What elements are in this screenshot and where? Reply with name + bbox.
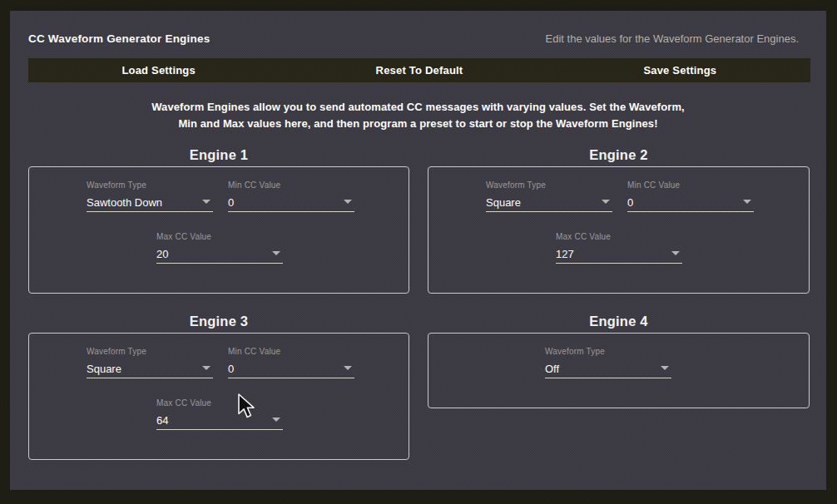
header: CC Waveform Generator Engines Edit the v… (28, 27, 808, 49)
engine-3-panel: Waveform Type Square Min CC Value 0 Max … (28, 333, 409, 460)
field-value: Off (545, 362, 559, 376)
engine-3-max-cc-select[interactable]: Max CC Value 64 (156, 398, 283, 430)
field-label: Max CC Value (156, 398, 283, 408)
dropdown-arrow-icon (202, 200, 210, 204)
engine-1-max-cc-select[interactable]: Max CC Value 20 (156, 232, 283, 264)
field-label: Min CC Value (228, 347, 354, 357)
engine-3-min-cc-select[interactable]: Min CC Value 0 (228, 347, 354, 378)
field-value: 0 (228, 362, 234, 376)
field-value-row: 64 (156, 413, 283, 430)
field-value-row: 0 (228, 361, 354, 378)
dropdown-arrow-icon (344, 366, 352, 370)
dropdown-arrow-icon (202, 366, 210, 370)
engine-2-panel: Waveform Type Square Min CC Value 0 Max … (428, 166, 810, 294)
field-value-row: Square (486, 195, 612, 212)
field-label: Min CC Value (627, 180, 754, 190)
app-window: CC Waveform Generator Engines Edit the v… (10, 11, 826, 490)
field-label: Waveform Type (545, 347, 671, 357)
engine-1-panel: Waveform Type Sawtooth Down Min CC Value… (28, 166, 409, 294)
page-subtitle: Edit the values for the Waveform Generat… (546, 32, 808, 45)
field-value: 127 (556, 247, 574, 261)
engine-4-waveform-type-select[interactable]: Waveform Type Off (545, 347, 671, 378)
field-value-row: Square (87, 361, 213, 378)
field-value-row: 0 (627, 195, 754, 212)
engine-2-title: Engine 2 (428, 144, 810, 166)
field-value: Square (87, 362, 121, 376)
field-value: 20 (156, 247, 168, 261)
field-label: Waveform Type (87, 180, 213, 190)
save-settings-button[interactable]: Save Settings (550, 58, 810, 82)
field-value: Square (486, 195, 521, 210)
dropdown-arrow-icon (671, 251, 680, 255)
description-text: Waveform Engines allow you to send autom… (10, 99, 826, 132)
field-value: Sawtooth Down (87, 195, 162, 210)
engine-3-section: Engine 3 Waveform Type Square Min CC Val… (28, 310, 409, 460)
engine-3-title: Engine 3 (28, 310, 409, 333)
engine-2-min-cc-select[interactable]: Min CC Value 0 (627, 180, 754, 212)
dropdown-arrow-icon (272, 251, 280, 255)
field-label: Max CC Value (156, 232, 283, 242)
field-value-row: 20 (156, 246, 283, 264)
dropdown-arrow-icon (743, 200, 751, 204)
load-settings-button[interactable]: Load Settings (28, 58, 289, 82)
description-line-2: Min and Max values here, and then progra… (10, 116, 826, 132)
dropdown-arrow-icon (661, 366, 669, 370)
engine-1-title: Engine 1 (28, 144, 409, 166)
field-value-row: Off (545, 361, 671, 378)
engine-1-min-cc-select[interactable]: Min CC Value 0 (228, 180, 354, 212)
engine-4-title: Engine 4 (428, 310, 810, 333)
engine-4-panel: Waveform Type Off (428, 333, 810, 408)
field-value-row: Sawtooth Down (87, 195, 213, 212)
dropdown-arrow-icon (272, 418, 280, 422)
engine-2-max-cc-select[interactable]: Max CC Value 127 (556, 232, 682, 264)
field-value: 64 (156, 413, 168, 427)
toolbar: Load Settings Reset To Default Save Sett… (28, 58, 810, 82)
engine-1-waveform-type-select[interactable]: Waveform Type Sawtooth Down (87, 180, 213, 212)
field-label: Waveform Type (486, 180, 612, 190)
engine-2-waveform-type-select[interactable]: Waveform Type Square (486, 180, 612, 212)
field-value-row: 0 (228, 195, 354, 212)
dropdown-arrow-icon (344, 200, 352, 204)
field-label: Max CC Value (556, 232, 682, 242)
dropdown-arrow-icon (602, 200, 610, 204)
engine-2-section: Engine 2 Waveform Type Square Min CC Val… (428, 144, 810, 294)
field-label: Min CC Value (228, 180, 354, 190)
field-value: 0 (228, 195, 234, 210)
page-title: CC Waveform Generator Engines (28, 32, 210, 45)
engine-3-waveform-type-select[interactable]: Waveform Type Square (87, 347, 213, 378)
field-label: Waveform Type (87, 347, 213, 357)
field-value-row: 127 (556, 246, 682, 264)
description-line-1: Waveform Engines allow you to send autom… (10, 99, 826, 116)
engine-1-section: Engine 1 Waveform Type Sawtooth Down Min… (28, 144, 409, 294)
engine-4-section: Engine 4 Waveform Type Off (428, 310, 810, 408)
field-value: 0 (627, 195, 633, 210)
reset-to-default-button[interactable]: Reset To Default (289, 58, 549, 82)
